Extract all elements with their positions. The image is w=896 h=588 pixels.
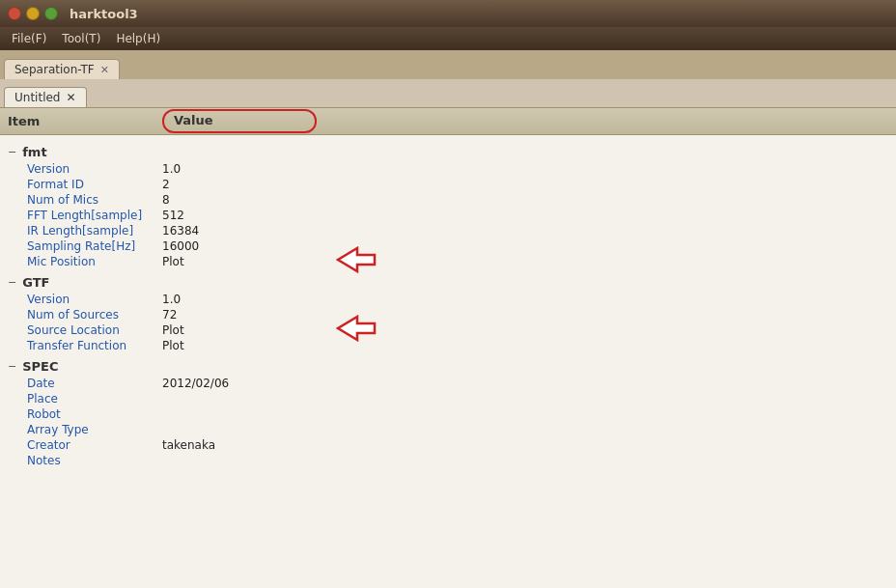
item-label: Creator (27, 438, 162, 452)
untitled-tab[interactable]: Untitled ✕ (4, 87, 87, 107)
table-row: Source LocationPlot (8, 322, 888, 338)
svg-marker-1 (338, 317, 375, 340)
item-value: 1.0 (162, 162, 297, 176)
item-label: Sampling Rate[Hz] (27, 239, 162, 253)
table-row: Robot (8, 406, 888, 422)
item-label: IR Length[sample] (27, 224, 162, 238)
item-value: 72 (162, 308, 297, 322)
item-value: 1.0 (162, 293, 297, 306)
menubar: File(F) Tool(T) Help(H) (0, 27, 896, 50)
table-header: Item Value (0, 108, 896, 135)
inner-tab-close[interactable]: ✕ (66, 91, 75, 104)
outer-tab-label: Separation-TF (14, 63, 95, 76)
item-label: Num of Mics (27, 193, 162, 207)
col-value-label: Value (162, 109, 317, 132)
section-header-fmt: −fmt (8, 145, 888, 159)
table-row: Sampling Rate[Hz]16000 (8, 238, 888, 254)
col-item-header: Item (8, 114, 162, 128)
red-arrow-icon (336, 246, 380, 278)
section-collapse-icon[interactable]: − (8, 146, 16, 158)
item-label: Mic Position (27, 255, 162, 268)
item-label: Date (27, 377, 162, 390)
outer-tab-close[interactable]: ✕ (100, 65, 109, 75)
item-value: takenaka (162, 438, 297, 452)
app-title: harktool3 (70, 7, 138, 21)
minimize-button[interactable] (26, 7, 40, 20)
item-value: 2012/02/06 (162, 377, 297, 390)
table-row: Version1.0 (8, 161, 888, 177)
titlebar: harktool3 (0, 0, 896, 27)
menu-file[interactable]: File(F) (4, 30, 54, 47)
col-value-header: Value (162, 109, 317, 132)
arrow-svg (336, 246, 380, 273)
section-collapse-icon[interactable]: − (8, 360, 16, 373)
item-value: 8 (162, 193, 297, 207)
main-content: Item Value −fmtVersion1.0Format ID2Num o… (0, 108, 896, 588)
section-name: SPEC (22, 359, 58, 374)
separation-tf-tab[interactable]: Separation-TF ✕ (4, 59, 120, 79)
menu-help[interactable]: Help(H) (108, 30, 168, 47)
table-row: Num of Mics8 (8, 192, 888, 208)
item-value: 16384 (162, 224, 297, 238)
table-row: Array Type (8, 422, 888, 437)
item-label: Notes (27, 454, 162, 467)
table-row: Transfer FunctionPlot (8, 338, 888, 353)
item-value[interactable]: Plot (162, 255, 297, 268)
table-row: Num of Sources72 (8, 307, 888, 322)
table-row: Version1.0 (8, 292, 888, 307)
section-header-spec: −SPEC (8, 359, 888, 374)
table-row: FFT Length[sample]512 (8, 208, 888, 223)
table-row: Format ID2 (8, 177, 888, 192)
item-label: Array Type (27, 423, 162, 436)
item-label: Format ID (27, 178, 162, 191)
section-name: GTF (22, 275, 49, 290)
section-collapse-icon[interactable]: − (8, 276, 16, 289)
table-row: Date2012/02/06 (8, 376, 888, 391)
item-value[interactable]: Plot (162, 339, 297, 352)
item-label: Version (27, 162, 162, 176)
section-name: fmt (22, 145, 46, 159)
table-row: Creatortakenaka (8, 437, 888, 453)
table-row: Mic PositionPlot (8, 254, 888, 269)
svg-marker-0 (338, 248, 375, 271)
item-label: Robot (27, 407, 162, 421)
item-value[interactable]: Plot (162, 323, 297, 337)
outer-tabbar: Separation-TF ✕ (0, 50, 896, 79)
item-label: Version (27, 293, 162, 306)
inner-tabbar: Untitled ✕ (0, 79, 896, 108)
maximize-button[interactable] (44, 7, 58, 20)
item-label: Place (27, 392, 162, 406)
item-label: FFT Length[sample] (27, 209, 162, 222)
item-label: Num of Sources (27, 308, 162, 322)
menu-tool[interactable]: Tool(T) (54, 30, 108, 47)
item-value: 16000 (162, 239, 297, 253)
item-value: 2 (162, 178, 297, 191)
table-row: Notes (8, 453, 888, 468)
item-value: 512 (162, 209, 297, 222)
item-label: Source Location (27, 323, 162, 337)
close-button[interactable] (8, 7, 21, 20)
item-label: Transfer Function (27, 339, 162, 352)
inner-tab-label: Untitled (14, 91, 60, 104)
table-body: −fmtVersion1.0Format ID2Num of Mics8FFT … (0, 135, 896, 472)
table-row: IR Length[sample]16384 (8, 223, 888, 238)
section-header-gtf: −GTF (8, 275, 888, 290)
table-row: Place (8, 391, 888, 406)
window-controls (8, 7, 58, 20)
